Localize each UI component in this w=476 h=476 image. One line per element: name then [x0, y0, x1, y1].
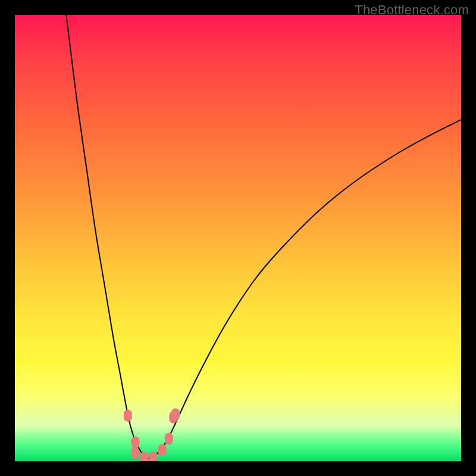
curve-markers — [124, 408, 180, 461]
curve-marker — [124, 410, 132, 422]
curve-right-branch — [149, 120, 461, 458]
chart-frame: TheBottleneck.com — [0, 0, 476, 476]
chart-plot-area — [15, 15, 461, 461]
curve-marker — [171, 408, 180, 420]
curve-marker — [165, 433, 173, 445]
curve-marker — [131, 447, 140, 459]
curve-marker — [158, 444, 167, 456]
watermark-text: TheBottleneck.com — [355, 2, 469, 18]
curve-marker — [149, 452, 158, 461]
chart-svg — [15, 15, 461, 461]
curve-marker — [131, 437, 140, 449]
curve-left-branch — [66, 15, 149, 459]
curve-marker — [140, 452, 149, 461]
